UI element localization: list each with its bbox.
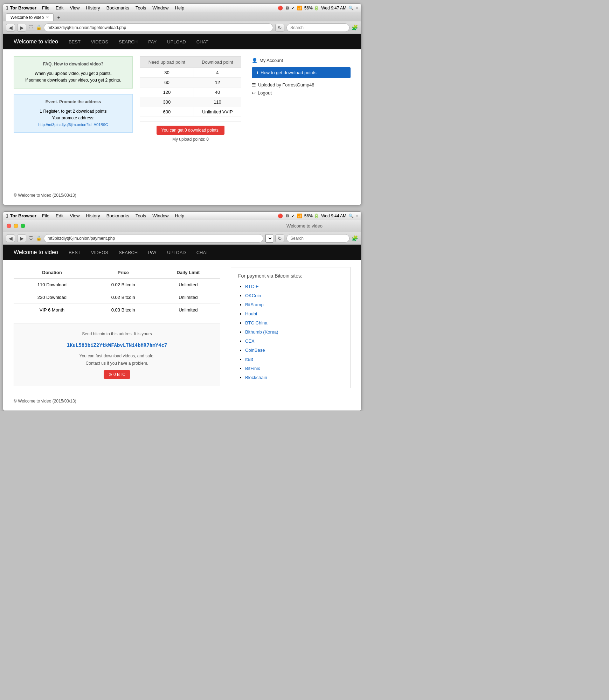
- circle-icon: ⊙: [109, 372, 112, 377]
- lock-icon-1: 🔒: [36, 25, 42, 30]
- address-dropdown-2[interactable]: [265, 234, 273, 243]
- address-bar-1[interactable]: [44, 23, 273, 32]
- tab-1[interactable]: Welcome to video ✕: [6, 13, 54, 21]
- search-input-1[interactable]: [286, 23, 350, 32]
- how-to-btn[interactable]: ℹ How to get download points: [252, 67, 351, 78]
- nav2-search[interactable]: SEARCH: [119, 248, 138, 257]
- menu-help-1[interactable]: Help: [172, 5, 187, 11]
- uploaded-by-link[interactable]: ☰ Uploded by ForrestGump48: [252, 81, 351, 89]
- get-points-btn[interactable]: You can get 0 download points.: [157, 126, 224, 135]
- table-row: VIP 6 Month0.03 BitcoinUnlimited: [14, 304, 220, 316]
- forward-btn-2[interactable]: ▶: [17, 234, 26, 242]
- app-name-label: Tor Browser: [10, 5, 36, 10]
- menu-view-2[interactable]: View: [67, 212, 82, 219]
- nav-chat-1[interactable]: CHAT: [196, 38, 208, 46]
- list-icon: ☰: [252, 82, 256, 88]
- menu-file-2[interactable]: File: [39, 212, 52, 219]
- nav2-videos[interactable]: VIDEOS: [91, 248, 108, 257]
- list-icon-1[interactable]: ≡: [356, 6, 358, 10]
- list-item: BitStamp: [245, 300, 343, 309]
- mac-menubar-2:  Tor Browser File Edit View History Boo…: [3, 212, 361, 220]
- payment-site-link[interactable]: Bithumb (Korea): [245, 329, 278, 335]
- address-bar-2[interactable]: [44, 234, 263, 243]
- donation-cell: 230 Download: [14, 291, 90, 304]
- battery-label-2: 56% 🔋: [304, 214, 319, 218]
- payment-site-link[interactable]: Blockchain: [245, 375, 267, 380]
- screen-icon: 🖥: [285, 6, 289, 10]
- back-btn-2[interactable]: ◀: [6, 234, 15, 242]
- menu-window-2[interactable]: Window: [150, 212, 171, 219]
- list-icon-2[interactable]: ≡: [356, 214, 358, 218]
- nav-best-1[interactable]: BEST: [69, 38, 81, 46]
- how-to-label: How to get download points: [261, 70, 317, 75]
- menu-edit-1[interactable]: Edit: [53, 5, 66, 11]
- promote-link[interactable]: http://mt3pirzdiyqf6jim.onion?id=A01B9C: [38, 122, 108, 127]
- close-btn-2[interactable]: [7, 224, 11, 228]
- forward-btn-1[interactable]: ▶: [17, 24, 26, 31]
- nav-videos-1[interactable]: VIDEOS: [91, 38, 108, 46]
- logout-link[interactable]: ↩ Logout: [252, 89, 351, 97]
- right-column-1: 👤 My Account ℹ How to get download point…: [248, 56, 351, 182]
- tab-bar-1: Welcome to video ✕ +: [3, 12, 361, 21]
- download-cell: 110: [194, 97, 241, 107]
- nav-search-1[interactable]: SEARCH: [119, 38, 138, 46]
- upload-cell: 60: [140, 78, 194, 88]
- nav-pay-1[interactable]: PAY: [148, 38, 157, 46]
- menu-window-1[interactable]: Window: [150, 5, 171, 11]
- list-item: CEX: [245, 337, 343, 346]
- search-icon-1[interactable]: 🔍: [348, 6, 354, 10]
- left-column-1: FAQ. How to download video? When you upl…: [14, 56, 133, 182]
- nav2-upload[interactable]: UPLOAD: [167, 248, 186, 257]
- menu-file-1[interactable]: File: [39, 5, 52, 11]
- menu-tools-2[interactable]: Tools: [133, 212, 149, 219]
- menu-help-2[interactable]: Help: [172, 212, 187, 219]
- download-cell: 4: [194, 68, 241, 78]
- payment-site-link[interactable]: CEX: [245, 338, 255, 344]
- nav-upload-1[interactable]: UPLOAD: [167, 38, 186, 46]
- upload-points-text: My upload points: 0: [144, 137, 237, 142]
- payment-site-link[interactable]: Houbi: [245, 311, 257, 316]
- site-header-2: Welcome to video BEST VIDEOS SEARCH PAY …: [3, 245, 361, 260]
- table-row: 110 Download0.02 BitcoinUnlimited: [14, 278, 220, 291]
- table-row: 600Unlimited VVIP: [140, 107, 241, 117]
- upload-cell: 300: [140, 97, 194, 107]
- payment-site-link[interactable]: ItBit: [245, 357, 253, 362]
- payment-site-link[interactable]: BTC China: [245, 320, 268, 326]
- payment-site-link[interactable]: BitFinix: [245, 366, 260, 371]
- menu-tools-1[interactable]: Tools: [133, 5, 149, 11]
- new-tab-btn-1[interactable]: +: [55, 15, 62, 21]
- reload-btn-2[interactable]: ↻: [275, 234, 284, 242]
- menu-history-1[interactable]: History: [83, 5, 103, 11]
- menu-history-2[interactable]: History: [83, 212, 103, 219]
- donation-cell: 110 Download: [14, 278, 90, 291]
- nav2-chat[interactable]: CHAT: [196, 248, 208, 257]
- bitcoin-address[interactable]: 1KuL583biZ2YtkWFAbvLTNi4bHR7hmY4c7: [21, 341, 213, 350]
- extensions-icon-2[interactable]: 🧩: [352, 235, 358, 241]
- table-row: 12040: [140, 88, 241, 97]
- back-btn-1[interactable]: ◀: [6, 24, 15, 31]
- menu-bookmarks-2[interactable]: Bookmarks: [104, 212, 132, 219]
- search-icon-2[interactable]: 🔍: [348, 214, 354, 218]
- zoom-btn-2[interactable]: [21, 224, 25, 228]
- extensions-icon-1[interactable]: 🧩: [352, 24, 358, 31]
- nav2-pay[interactable]: PAY: [148, 248, 157, 257]
- payment-site-link[interactable]: OKCoin: [245, 293, 261, 298]
- menu-view-1[interactable]: View: [67, 5, 82, 11]
- menu-edit-2[interactable]: Edit: [53, 212, 66, 219]
- my-account-link[interactable]: 👤 My Account: [252, 56, 351, 64]
- payment-left: Donation Price Daily Limit 110 Download0…: [14, 267, 220, 388]
- btc-balance-btn[interactable]: ⊙ 0 BTC: [104, 370, 130, 379]
- upload-points-value: 0: [206, 137, 209, 142]
- pay-col-price: Price: [90, 267, 156, 278]
- tab-close-1[interactable]: ✕: [46, 15, 49, 20]
- payment-site-link[interactable]: BitStamp: [245, 302, 264, 307]
- reload-btn-1[interactable]: ↻: [275, 24, 284, 31]
- nav2-best[interactable]: BEST: [69, 248, 81, 257]
- payment-site-link[interactable]: CoinBase: [245, 348, 265, 353]
- menu-bookmarks-1[interactable]: Bookmarks: [104, 5, 132, 11]
- payment-site-link[interactable]: BTC-E: [245, 284, 259, 289]
- minimize-btn-2[interactable]: [14, 224, 18, 228]
- list-item: OKCoin: [245, 291, 343, 300]
- search-input-2[interactable]: [286, 234, 350, 243]
- site-title-1: Welcome to video: [14, 38, 58, 45]
